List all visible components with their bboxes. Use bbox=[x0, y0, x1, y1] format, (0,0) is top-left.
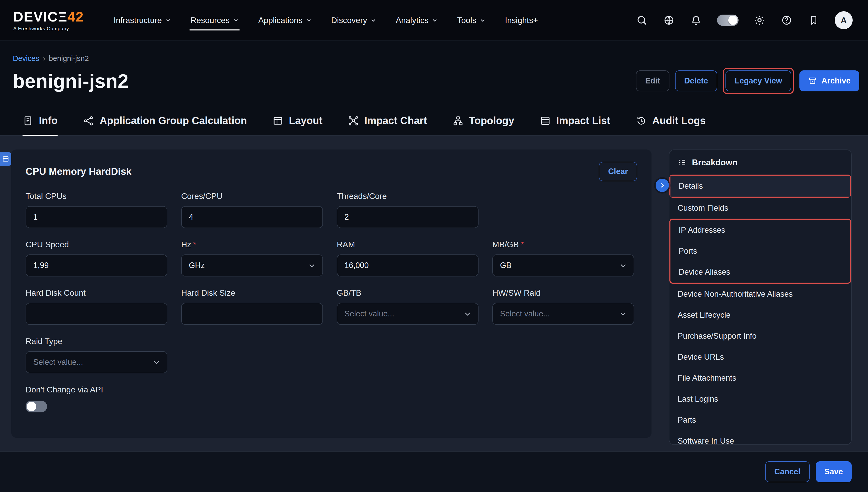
tab-impact-list[interactable]: Impact List bbox=[540, 115, 610, 135]
hard-disk-size-input[interactable] bbox=[181, 303, 323, 325]
sidebar-item-ip-addresses[interactable]: IP Addresses bbox=[670, 220, 850, 241]
sidebar-item-details[interactable]: Details bbox=[670, 176, 850, 197]
field-hard-disk-count: Hard Disk Count bbox=[26, 288, 168, 325]
field-hz: Hz* GHz bbox=[181, 240, 323, 276]
dont-change-api-toggle[interactable] bbox=[26, 401, 47, 412]
hard-disk-count-input[interactable] bbox=[26, 303, 168, 325]
chevron-down-icon bbox=[619, 310, 627, 318]
label-text: MB/GB bbox=[492, 240, 519, 249]
help-icon[interactable] bbox=[781, 14, 793, 26]
ram-input[interactable] bbox=[337, 254, 479, 276]
field-label: Cores/CPU bbox=[181, 192, 323, 201]
gear-icon[interactable] bbox=[754, 14, 766, 26]
field-raid-type: Raid Type Select value... bbox=[26, 337, 168, 373]
archive-button[interactable]: Archive bbox=[799, 70, 859, 91]
sidebar-item-device-urls[interactable]: Device URLs bbox=[669, 347, 851, 368]
nav-item-resources[interactable]: Resources bbox=[190, 0, 239, 41]
field-hw-sw-raid: HW/SW Raid Select value... bbox=[492, 288, 634, 325]
tab-label: Impact Chart bbox=[364, 115, 427, 126]
app-group-icon bbox=[83, 116, 94, 126]
field-cores-cpu: Cores/CPU bbox=[181, 192, 323, 228]
tab-audit-logs[interactable]: Audit Logs bbox=[636, 115, 706, 135]
field-label: Threads/Core bbox=[337, 192, 479, 201]
breadcrumb: Devices › benigni-jsn2 bbox=[0, 41, 868, 63]
collapse-sidebar-button[interactable] bbox=[656, 179, 669, 192]
field-label: MB/GB* bbox=[492, 240, 634, 249]
legacy-view-annotation-box: Legacy View bbox=[723, 68, 794, 94]
topology-icon bbox=[453, 116, 463, 126]
chevron-down-icon bbox=[153, 359, 160, 366]
chevron-down-icon bbox=[480, 18, 485, 23]
label-text: Hz bbox=[181, 240, 191, 249]
table-flag-icon bbox=[2, 156, 9, 162]
tab-info[interactable]: Info bbox=[23, 115, 57, 135]
sidebar-item-last-logins[interactable]: Last Logins bbox=[669, 389, 851, 410]
nav-item-infrastructure[interactable]: Infrastructure bbox=[113, 0, 171, 41]
breakdown-header: Breakdown bbox=[669, 150, 851, 175]
sidebar-item-asset-lifecycle[interactable]: Asset Lifecycle bbox=[669, 304, 851, 326]
form-row-1: Total CPUs Cores/CPU Threads/Core bbox=[26, 192, 637, 228]
form-row-4: Raid Type Select value... bbox=[26, 337, 637, 373]
chevron-down-icon bbox=[306, 18, 312, 23]
field-dont-change-api: Don't Change via API bbox=[26, 385, 637, 412]
chevron-down-icon bbox=[432, 18, 438, 23]
nav-item-discovery[interactable]: Discovery bbox=[331, 0, 376, 41]
sidebar-item-software-in-use[interactable]: Software In Use bbox=[669, 430, 851, 445]
avatar[interactable]: A bbox=[835, 11, 853, 29]
delete-button[interactable]: Delete bbox=[675, 70, 717, 91]
logo-text: DEVICΞ42 bbox=[13, 10, 84, 24]
nav-item-tools[interactable]: Tools bbox=[457, 0, 485, 41]
tab-layout[interactable]: Layout bbox=[273, 115, 323, 135]
field-label: RAM bbox=[337, 240, 479, 249]
select-placeholder: Select value... bbox=[33, 358, 83, 367]
search-icon[interactable] bbox=[636, 14, 648, 26]
sidebar-item-file-attachments[interactable]: File Attachments bbox=[669, 368, 851, 389]
side-panel-flag[interactable] bbox=[0, 152, 11, 166]
breadcrumb-devices-link[interactable]: Devices bbox=[13, 54, 39, 63]
hw-sw-raid-select[interactable]: Select value... bbox=[492, 303, 634, 325]
theme-toggle[interactable] bbox=[717, 15, 739, 26]
mb-gb-select[interactable]: GB bbox=[492, 254, 634, 276]
bell-icon[interactable] bbox=[690, 14, 702, 26]
gb-tb-select[interactable]: Select value... bbox=[337, 303, 479, 325]
toggle-knob bbox=[728, 16, 738, 25]
select-placeholder: Select value... bbox=[344, 309, 394, 318]
form-row-3: Hard Disk Count Hard Disk Size GB/TB Sel… bbox=[26, 288, 637, 325]
tab-label: Info bbox=[39, 115, 57, 126]
raid-type-select[interactable]: Select value... bbox=[26, 351, 168, 373]
tab-topology[interactable]: Topology bbox=[453, 115, 514, 135]
nav-item-applications[interactable]: Applications bbox=[258, 0, 312, 41]
field-label: Hard Disk Size bbox=[181, 288, 323, 298]
sidebar-item-parts[interactable]: Parts bbox=[669, 410, 851, 430]
nav-item-label: Discovery bbox=[331, 16, 367, 25]
nav-item-analytics[interactable]: Analytics bbox=[395, 0, 438, 41]
hz-select[interactable]: GHz bbox=[181, 254, 323, 276]
audit-logs-icon bbox=[636, 116, 647, 126]
chevron-right-icon bbox=[659, 182, 666, 189]
nav-item-insights-plus[interactable]: Insights+ bbox=[505, 0, 538, 41]
edit-button[interactable]: Edit bbox=[636, 70, 669, 91]
save-button[interactable]: Save bbox=[816, 461, 852, 482]
cpu-speed-input[interactable] bbox=[26, 254, 168, 276]
field-ram: RAM bbox=[337, 240, 479, 276]
globe-icon[interactable] bbox=[663, 14, 675, 26]
tab-application-group-calculation[interactable]: Application Group Calculation bbox=[83, 115, 247, 135]
sidebar-item-device-aliases[interactable]: Device Aliases bbox=[670, 262, 850, 282]
device42-logo[interactable]: DEVICΞ42 A Freshworks Company bbox=[13, 10, 84, 31]
sidebar-item-device-non-authoritative-aliases[interactable]: Device Non-Authoritative Aliases bbox=[669, 284, 851, 304]
field-gb-tb: GB/TB Select value... bbox=[337, 288, 479, 325]
tab-impact-chart[interactable]: Impact Chart bbox=[348, 115, 427, 135]
sidebar-item-ports[interactable]: Ports bbox=[670, 241, 850, 262]
required-asterisk: * bbox=[193, 240, 196, 249]
sidebar-item-custom-fields[interactable]: Custom Fields bbox=[669, 198, 851, 219]
cancel-button[interactable]: Cancel bbox=[765, 461, 810, 482]
threads-core-input[interactable] bbox=[337, 206, 479, 228]
cores-cpu-input[interactable] bbox=[181, 206, 323, 228]
select-value: GHz bbox=[189, 261, 205, 270]
clear-button[interactable]: Clear bbox=[599, 162, 637, 181]
total-cpus-input[interactable] bbox=[26, 206, 168, 228]
bookmark-icon[interactable] bbox=[808, 14, 820, 26]
network-group-annotation-box: IP Addresses Ports Device Aliases bbox=[669, 219, 851, 284]
sidebar-item-purchase-support-info[interactable]: Purchase/Support Info bbox=[669, 326, 851, 347]
legacy-view-button[interactable]: Legacy View bbox=[725, 70, 791, 91]
